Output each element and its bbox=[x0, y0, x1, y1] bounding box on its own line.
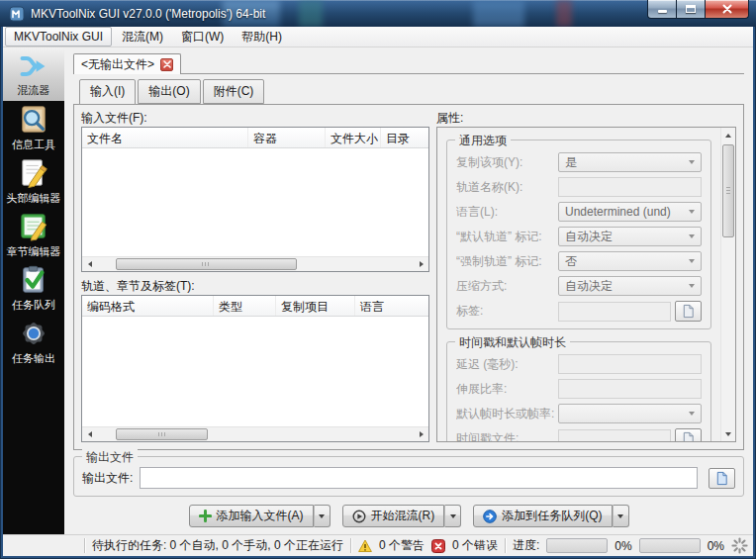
merge-subtabs: 输入(I) 输出(O) 附件(C) bbox=[79, 79, 744, 104]
tab-output[interactable]: 输出(O) bbox=[138, 79, 200, 104]
tracks-table[interactable]: 编码格式 类型 复制项目 语言 bbox=[81, 295, 429, 442]
add-to-job-queue-menu-button[interactable] bbox=[613, 505, 629, 527]
scrollbar-thumb[interactable] bbox=[116, 258, 296, 270]
add-source-files-button[interactable]: 添加输入文件(A) bbox=[189, 505, 314, 527]
info-tool-icon bbox=[18, 104, 49, 136]
menubar: MKVToolNix GUI 混流(M) 窗口(W) 帮助(H) bbox=[3, 27, 753, 47]
compression-select[interactable]: 自动决定 bbox=[558, 276, 702, 296]
scroll-up-icon[interactable] bbox=[721, 128, 735, 142]
maximize-button[interactable] bbox=[677, 0, 706, 19]
column-header-codec[interactable]: 编码格式 bbox=[82, 296, 214, 316]
statusbar-separator bbox=[84, 538, 85, 553]
output-file-browse-button[interactable] bbox=[709, 468, 735, 489]
progress-bar-total bbox=[639, 538, 701, 553]
tags-label: 标签: bbox=[456, 303, 558, 320]
timestamp-file-input[interactable] bbox=[558, 429, 671, 442]
column-header-container[interactable]: 容器 bbox=[248, 128, 326, 147]
tracks-table-body[interactable] bbox=[82, 317, 428, 426]
scrollbar-thumb[interactable] bbox=[116, 428, 208, 440]
action-buttons-row: 添加输入文件(A) 开始混流(R) 添加 bbox=[73, 505, 744, 527]
sidebar-item-chapter-editor[interactable]: 章节编辑器 bbox=[3, 208, 64, 261]
properties-vscrollbar[interactable] bbox=[720, 128, 735, 441]
timestamp-file-browse-button[interactable] bbox=[675, 428, 702, 441]
scroll-left-icon[interactable] bbox=[82, 257, 97, 271]
track-name-input[interactable] bbox=[558, 177, 702, 197]
input-files-hscrollbar[interactable] bbox=[82, 256, 428, 271]
statusbar: 待执行的任务: 0 个自动, 0 个手动, 0 个正在运行 0 个警告 0 个错… bbox=[3, 534, 753, 556]
add-source-files-menu-button[interactable] bbox=[314, 505, 331, 527]
statusbar-separator bbox=[505, 538, 506, 553]
column-header-copy-item[interactable]: 复制项目 bbox=[276, 296, 355, 316]
add-source-files-split-button: 添加输入文件(A) bbox=[189, 505, 331, 527]
column-header-directory[interactable]: 目录 bbox=[381, 128, 428, 147]
start-muxing-button[interactable]: 开始混流(R) bbox=[342, 505, 445, 527]
input-files-table-body[interactable] bbox=[82, 148, 428, 256]
output-file-label: 输出文件: bbox=[82, 470, 133, 487]
tab-close-button[interactable] bbox=[160, 58, 173, 71]
sidebar-item-job-output[interactable]: 任务输出 bbox=[3, 315, 64, 368]
stretch-ratio-input[interactable] bbox=[558, 379, 702, 399]
warnings-count: 0 个警告 bbox=[379, 537, 425, 554]
tab-label: <无输出文件> bbox=[81, 56, 154, 73]
sidebar-item-label: 任务队列 bbox=[12, 298, 55, 313]
tab-attachments[interactable]: 附件(C) bbox=[203, 79, 265, 104]
close-button[interactable] bbox=[706, 0, 749, 19]
sidebar-item-label: 章节编辑器 bbox=[7, 244, 61, 259]
chevron-down-icon bbox=[689, 210, 695, 214]
progress-label: 进度: bbox=[513, 537, 539, 554]
job-output-icon bbox=[18, 318, 49, 349]
menu-help[interactable]: 帮助(H) bbox=[234, 27, 290, 47]
tags-browse-button[interactable] bbox=[675, 301, 702, 322]
progress-bar-current bbox=[546, 538, 608, 553]
add-to-job-queue-split-button: 添加到任务队列(Q) bbox=[473, 505, 628, 527]
default-duration-label: 默认帧时长或帧率: bbox=[456, 406, 558, 422]
tracks-hscrollbar[interactable] bbox=[82, 426, 428, 441]
tags-input[interactable] bbox=[558, 302, 671, 322]
column-header-file-name[interactable]: 文件名 bbox=[82, 128, 248, 147]
input-files-table[interactable]: 文件名 容器 文件大小 目录 bbox=[81, 127, 429, 272]
default-duration-select[interactable] bbox=[558, 404, 702, 423]
minimize-button[interactable] bbox=[647, 0, 677, 19]
output-file-input[interactable] bbox=[140, 467, 698, 489]
copy-item-select[interactable]: 是 bbox=[558, 152, 702, 172]
chevron-down-icon bbox=[689, 259, 695, 263]
menu-window[interactable]: 窗口(W) bbox=[173, 27, 232, 47]
sidebar-item-header-editor[interactable]: 头部编辑器 bbox=[3, 154, 64, 208]
menu-merge[interactable]: 混流(M) bbox=[114, 27, 171, 47]
start-muxing-menu-button[interactable] bbox=[444, 505, 461, 527]
header-editor-icon bbox=[18, 157, 49, 189]
scroll-right-icon[interactable] bbox=[414, 257, 428, 271]
app-icon bbox=[9, 6, 25, 22]
browse-file-icon bbox=[681, 431, 696, 441]
sidebar-item-job-queue[interactable]: 任务队列 bbox=[3, 261, 64, 315]
scroll-left-icon[interactable] bbox=[82, 427, 97, 441]
scroll-down-icon[interactable] bbox=[721, 426, 735, 441]
titlebar[interactable]: MKVToolNix GUI v27.0.0 ('Metropolis') 64… bbox=[0, 0, 756, 27]
merge-tab-bar: <无输出文件> bbox=[73, 47, 744, 74]
tab-input[interactable]: 输入(I) bbox=[79, 79, 136, 105]
column-header-file-size[interactable]: 文件大小 bbox=[326, 128, 381, 147]
source-files-column: 输入文件(F): 文件名 容器 文件大小 目录 bbox=[81, 110, 429, 442]
column-header-language[interactable]: 语言 bbox=[355, 296, 428, 316]
stretch-ratio-label: 伸展比率: bbox=[456, 381, 558, 398]
menu-mkvtoolnix-gui[interactable]: MKVToolNix GUI bbox=[5, 27, 112, 47]
scrollbar-thumb[interactable] bbox=[722, 144, 734, 237]
add-to-job-queue-button[interactable]: 添加到任务队列(Q) bbox=[473, 505, 612, 527]
delay-input[interactable] bbox=[558, 354, 702, 374]
default-track-flag-select[interactable]: 自动决定 bbox=[558, 227, 702, 246]
column-header-type[interactable]: 类型 bbox=[214, 296, 276, 316]
browse-file-icon bbox=[681, 304, 696, 319]
timestamp-file-label: 时间戳文件: bbox=[456, 430, 558, 441]
sidebar-item-merge-tool[interactable]: 混流器 bbox=[3, 47, 64, 101]
spinner-icon bbox=[731, 537, 748, 554]
forced-track-flag-select[interactable]: 否 bbox=[558, 251, 702, 271]
group-title: 输出文件 bbox=[82, 449, 138, 466]
tab-no-output-file[interactable]: <无输出文件> bbox=[73, 53, 181, 74]
sidebar-item-info-tool[interactable]: 信息工具 bbox=[3, 101, 64, 154]
language-select[interactable]: Undetermined (und) bbox=[558, 202, 702, 222]
chevron-down-icon bbox=[319, 514, 325, 518]
copy-item-label: 复制该项(Y): bbox=[456, 154, 558, 171]
scroll-right-icon[interactable] bbox=[414, 427, 428, 441]
properties-column: 属性: 通用选项 复制该项(Y): 是 bbox=[436, 110, 736, 442]
chapter-editor-icon bbox=[18, 211, 49, 242]
